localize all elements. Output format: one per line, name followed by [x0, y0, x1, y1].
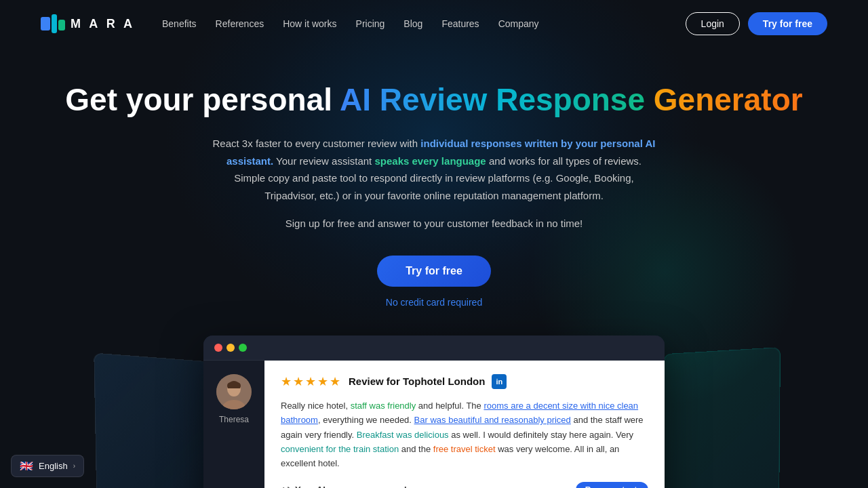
no-credit-text: No credit card required: [386, 297, 482, 308]
regenerate-button[interactable]: Regenerate ✦: [576, 482, 648, 488]
browser-dot-red: [214, 344, 222, 352]
highlight-staff: staff was friendly: [351, 401, 416, 411]
nav-left: M A R A Benefits References How it works…: [41, 14, 539, 33]
hero-title-part1: Get your personal: [65, 82, 340, 117]
avatar-image: [216, 374, 252, 409]
language-selector[interactable]: 🇬🇧 English ›: [11, 455, 84, 477]
review-title: Review for Tophotel London: [349, 375, 485, 387]
hero-cta: Try for free No credit card required: [14, 243, 854, 308]
ai-label-text: Your AI response proposal: [295, 485, 407, 488]
hero-title-gradient-orange: Generator: [654, 82, 803, 117]
regenerate-icon: ✦: [632, 485, 639, 488]
browser-dot-green: [239, 344, 247, 352]
hero-subtitle: React 3x faster to every customer review…: [210, 135, 658, 204]
login-button[interactable]: Login: [686, 12, 740, 35]
ai-label: ↩ Your AI response proposal: [281, 483, 407, 488]
nav-right: Login Try for free: [686, 12, 827, 35]
demo-wrapper: Theresa ★★★★★ Review for Tophotel London…: [108, 336, 760, 488]
logo-text: M A R A: [71, 17, 135, 31]
logo[interactable]: M A R A: [41, 14, 135, 33]
hotel-name: Tophotel London: [403, 375, 485, 387]
ai-response-header: ↩ Your AI response proposal Regenerate ✦: [281, 482, 648, 488]
review-text: Really nice hotel, staff was friendly an…: [281, 399, 648, 471]
nav-references[interactable]: References: [216, 18, 264, 29]
hero-highlight-language: speaks every language: [374, 155, 486, 167]
review-stars: ★★★★★: [281, 374, 342, 389]
hero-title: Get your personal AI Review Response Gen…: [14, 81, 854, 119]
highlight-station: convenient for the train station: [281, 444, 399, 454]
nav-how-it-works[interactable]: How it works: [283, 18, 336, 29]
avatar: [216, 374, 252, 409]
browser-window: Theresa ★★★★★ Review for Tophotel London…: [203, 336, 665, 488]
hero-title-gradient-blue: AI Review Response: [340, 82, 654, 117]
nav-company[interactable]: Company: [498, 18, 539, 29]
flag-icon: 🇬🇧: [20, 460, 33, 472]
nav-links: Benefits References How it works Pricing…: [162, 18, 539, 29]
review-panel: ★★★★★ Review for Tophotel London in Real…: [264, 361, 665, 488]
highlight-travel-ticket: free travel ticket: [433, 444, 496, 454]
nav-blog[interactable]: Blog: [403, 18, 422, 29]
logo-icon: [41, 14, 65, 33]
svg-rect-1: [52, 14, 57, 33]
svg-rect-2: [58, 20, 65, 30]
reply-icon: ↩: [281, 483, 290, 488]
chevron-icon: ›: [73, 462, 75, 470]
nav-benefits[interactable]: Benefits: [162, 18, 197, 29]
browser-dot-yellow: [226, 344, 235, 352]
linkedin-icon: in: [492, 374, 507, 389]
language-label: English: [39, 461, 68, 471]
hero-section: Get your personal AI Review Response Gen…: [0, 47, 868, 329]
regenerate-label: Regenerate: [585, 485, 629, 488]
browser-bar: [203, 336, 665, 361]
sidebar-avatar: Theresa: [203, 361, 264, 488]
nav-features[interactable]: Features: [441, 18, 479, 29]
highlight-bar: Bar was beautiful and reasonably priced: [414, 415, 571, 425]
reviewer-name: Theresa: [219, 415, 249, 424]
highlight-breakfast: Breakfast was delicious: [357, 430, 449, 440]
nav-pricing[interactable]: Pricing: [356, 18, 385, 29]
navbar: M A R A Benefits References How it works…: [0, 0, 868, 47]
try-for-free-button-hero[interactable]: Try for free: [377, 256, 491, 287]
browser-content: Theresa ★★★★★ Review for Tophotel London…: [203, 361, 665, 488]
try-for-free-button-nav[interactable]: Try for free: [748, 12, 827, 35]
review-header: ★★★★★ Review for Tophotel London in: [281, 374, 648, 389]
svg-rect-0: [41, 17, 50, 30]
demo-area: Theresa ★★★★★ Review for Tophotel London…: [0, 329, 868, 488]
card-background-right: [659, 347, 781, 488]
hero-signup-text: Sign up for free and answer to your cust…: [210, 215, 658, 232]
